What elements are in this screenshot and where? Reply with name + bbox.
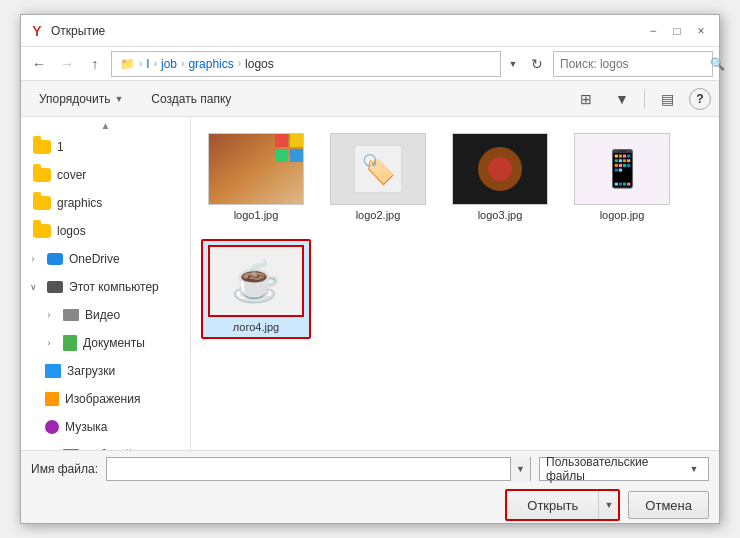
sidebar-item-music[interactable]: Музыка <box>21 413 190 441</box>
breadcrumb-item-logos: logos <box>245 57 274 71</box>
sidebar-item-downloads[interactable]: Загрузки <box>21 357 190 385</box>
thumbnail-logo4: ☕ <box>208 245 304 317</box>
toolbar-divider <box>644 89 645 109</box>
video-icon <box>63 309 79 321</box>
organize-button[interactable]: Упорядочить ▼ <box>29 85 133 113</box>
create-folder-button[interactable]: Создать папку <box>141 85 241 113</box>
filetype-label: Пользовательские файлы <box>546 455 686 483</box>
folder-icon-cover <box>33 168 51 182</box>
view-toggle-button[interactable]: ⊞ <box>572 85 600 113</box>
open-dropdown-button[interactable]: ▼ <box>598 491 618 519</box>
downloads-icon <box>45 364 61 378</box>
thumbnail-logo2: 🏷️ <box>330 133 426 205</box>
details-pane-button[interactable]: ▤ <box>653 85 681 113</box>
close-button[interactable]: × <box>691 21 711 41</box>
sidebar-item-onedrive[interactable]: › OneDrive <box>21 245 190 273</box>
breadcrumb-item-job[interactable]: job <box>161 57 177 71</box>
expander-onedrive[interactable]: › <box>25 251 41 267</box>
sidebar-item-images[interactable]: Изображения <box>21 385 190 413</box>
file-item-logop[interactable]: 📱 logop.jpg <box>567 127 677 227</box>
filename-row: Имя файла: ▼ Пользовательские файлы ▼ <box>21 451 719 487</box>
open-button[interactable]: Открыть <box>507 491 598 519</box>
sidebar-item-docs[interactable]: › Документы <box>21 329 190 357</box>
bottom-bar: Имя файла: ▼ Пользовательские файлы ▼ От… <box>21 450 719 523</box>
file-item-logo4[interactable]: ☕ лого4.jpg <box>201 239 311 339</box>
address-bar: ← → ↑ 📁 › I › job › graphics › logos ▼ ↻… <box>21 47 719 81</box>
file-name-logo2: logo2.jpg <box>356 209 401 221</box>
open-dialog: Y Открытие − □ × ← → ↑ 📁 › I › job › gra… <box>20 14 720 524</box>
file-area: logo1.jpg 🏷️ logo2.jpg <box>191 117 719 450</box>
window-controls: − □ × <box>643 21 711 41</box>
sidebar-item-1[interactable]: 1 <box>21 133 190 161</box>
file-item-logo1[interactable]: logo1.jpg <box>201 127 311 227</box>
expander-docs[interactable]: › <box>41 335 57 351</box>
title-bar: Y Открытие − □ × <box>21 15 719 47</box>
filetype-dropdown-button[interactable]: ▼ <box>686 458 702 480</box>
search-input[interactable] <box>560 57 710 71</box>
file-item-logo2[interactable]: 🏷️ logo2.jpg <box>323 127 433 227</box>
music-icon <box>45 420 59 434</box>
sidebar-item-cover[interactable]: cover <box>21 161 190 189</box>
search-box: 🔍 <box>553 51 713 77</box>
images-icon <box>45 392 59 406</box>
folder-icon-logos <box>33 224 51 238</box>
refresh-button[interactable]: ↻ <box>525 52 549 76</box>
toolbar: Упорядочить ▼ Создать папку ⊞ ▼ ▤ ? <box>21 81 719 117</box>
sidebar-item-logos[interactable]: logos <box>21 217 190 245</box>
maximize-button[interactable]: □ <box>667 21 687 41</box>
dialog-title: Открытие <box>51 24 643 38</box>
view-options-button[interactable]: ▼ <box>608 85 636 113</box>
filename-input[interactable] <box>107 462 510 476</box>
sidebar-item-pc[interactable]: ∨ Этот компьютер <box>21 273 190 301</box>
breadcrumb-item-i[interactable]: I <box>146 57 149 71</box>
filename-input-container: ▼ <box>106 457 531 481</box>
file-name-logop: logop.jpg <box>600 209 645 221</box>
onedrive-icon <box>47 253 63 265</box>
forward-button[interactable]: → <box>55 52 79 76</box>
sidebar-item-video[interactable]: › Видео <box>21 301 190 329</box>
app-icon: Y <box>29 23 45 39</box>
sidebar-scroll-up[interactable]: ▲ <box>21 117 190 133</box>
expander-video[interactable]: › <box>41 307 57 323</box>
file-grid: logo1.jpg 🏷️ logo2.jpg <box>201 127 709 339</box>
open-button-group: Открыть ▼ <box>505 489 620 521</box>
breadcrumb-folder-icon[interactable]: 📁 <box>120 57 135 71</box>
folder-icon-1 <box>33 140 51 154</box>
filename-label: Имя файла: <box>31 462 98 476</box>
up-button[interactable]: ↑ <box>83 52 107 76</box>
filename-dropdown-button[interactable]: ▼ <box>510 457 530 481</box>
pc-icon <box>47 281 63 293</box>
file-name-logo4: лого4.jpg <box>233 321 279 333</box>
file-name-logo1: logo1.jpg <box>234 209 279 221</box>
minimize-button[interactable]: − <box>643 21 663 41</box>
filetype-container: Пользовательские файлы ▼ <box>539 457 709 481</box>
thumbnail-logo1 <box>208 133 304 205</box>
file-item-logo3[interactable]: logo3.jpg <box>445 127 555 227</box>
thumbnail-logop: 📱 <box>574 133 670 205</box>
actions-row: Открыть ▼ Отмена <box>21 487 719 523</box>
back-button[interactable]: ← <box>27 52 51 76</box>
sidebar-item-graphics[interactable]: graphics <box>21 189 190 217</box>
sidebar: ▲ 1 cover graphics logos › <box>21 117 191 450</box>
sidebar-item-desktop[interactable]: › Рабочий стол <box>21 441 190 450</box>
help-button[interactable]: ? <box>689 88 711 110</box>
folder-icon-graphics <box>33 196 51 210</box>
thumbnail-logo3 <box>452 133 548 205</box>
breadcrumb: 📁 › I › job › graphics › logos <box>111 51 501 77</box>
search-button[interactable]: 🔍 <box>710 56 725 72</box>
docs-icon <box>63 335 77 351</box>
cancel-button[interactable]: Отмена <box>628 491 709 519</box>
breadcrumb-dropdown-button[interactable]: ▼ <box>505 51 521 77</box>
main-area: ▲ 1 cover graphics logos › <box>21 117 719 450</box>
expander-pc[interactable]: ∨ <box>25 279 41 295</box>
file-name-logo3: logo3.jpg <box>478 209 523 221</box>
breadcrumb-item-graphics[interactable]: graphics <box>188 57 233 71</box>
